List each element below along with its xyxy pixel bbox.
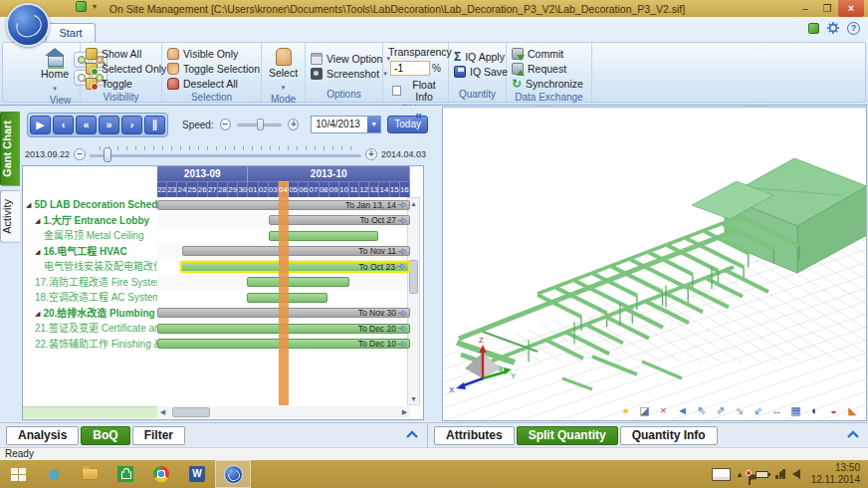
tab-quantity-info[interactable]: Quantity Info <box>620 426 718 445</box>
timeline-day-cell[interactable]: 03 <box>269 181 279 197</box>
timeline-day-cell[interactable]: 16 <box>400 181 410 197</box>
date-picker[interactable]: 10/4/2013 ▼ <box>311 116 381 133</box>
horizontal-scroll-thumb[interactable] <box>172 407 210 417</box>
speed-decrease-button[interactable]: − <box>220 119 231 130</box>
timeline-day-cell[interactable]: 06 <box>299 181 309 197</box>
speed-slider[interactable] <box>237 119 283 130</box>
shift-task-arrow-icon[interactable] <box>397 247 407 256</box>
light-icon[interactable]: ● <box>618 403 633 418</box>
visibility-item-show-all[interactable]: Show All <box>86 46 156 61</box>
globe-icon[interactable]: ◐ <box>807 403 822 418</box>
timeline-day-cell[interactable]: 28 <box>218 181 228 197</box>
collapse-panel-icon[interactable]: « <box>415 108 422 122</box>
vertical-scroll-thumb[interactable] <box>409 260 418 294</box>
shade-view-icon[interactable]: ◪ <box>637 403 652 418</box>
shift-task-arrow-icon[interactable] <box>397 340 407 349</box>
tab-split-quantity[interactable]: Split Quantity <box>517 426 618 445</box>
timeline-day-cell[interactable]: 14 <box>379 181 389 197</box>
gantt-horizontal-scrollbar[interactable]: ◀ ▶ <box>157 406 410 418</box>
section-icon[interactable]: ◒ <box>826 403 841 418</box>
tab-filter[interactable]: Filter <box>132 426 185 445</box>
quantity-item-iq-apply[interactable]: ΣIQ Apply <box>454 49 501 64</box>
expander-icon[interactable]: ◢ <box>26 197 31 213</box>
timeline-day-cell[interactable]: 04 <box>279 181 289 197</box>
timeline-day-cell[interactable]: 13 <box>369 181 379 197</box>
timeline-day-cell[interactable]: 02 <box>259 181 269 197</box>
settings-gear-icon[interactable] <box>826 21 840 35</box>
timeline-day-cell[interactable]: 23 <box>167 181 177 197</box>
tab-activity[interactable]: Activity <box>0 190 20 243</box>
tab-analysis[interactable]: Analysis <box>6 426 79 445</box>
quick-access-dropdown-icon[interactable]: ▾ <box>93 2 97 11</box>
selection-item-visible-only[interactable]: Visible Only <box>167 46 256 61</box>
timeline-day-cell[interactable]: 10 <box>339 181 349 197</box>
minimize-button[interactable]: – <box>794 0 816 17</box>
timeline-day-cell[interactable]: 22 <box>157 181 167 197</box>
measure-icon[interactable]: ⇙ <box>751 403 765 418</box>
pan-icon[interactable]: ⇖ <box>694 403 709 418</box>
gantt-bar[interactable]: To Oct 27 <box>269 215 410 225</box>
help-icon[interactable]: ? <box>847 22 860 35</box>
data-exchange-item-request[interactable]: Request <box>512 61 586 76</box>
selection-item-deselect-all[interactable]: Deselect All <box>167 76 256 91</box>
scroll-left-icon[interactable]: ◀ <box>157 408 168 416</box>
gantt-bar[interactable]: To Nov 11 <box>182 246 410 256</box>
tab-start[interactable]: Start <box>46 23 96 42</box>
shift-task-arrow-icon[interactable] <box>397 200 407 209</box>
timeline-day-cell[interactable]: 24 <box>177 181 187 197</box>
visibility-item-selected-only[interactable]: Selected Only▾ <box>86 61 156 76</box>
gantt-task-row[interactable]: ◢5D LAB Decoration Schedule <box>23 197 157 213</box>
date-value[interactable]: 10/4/2013 <box>312 117 367 132</box>
expand-panel-chevron-icon[interactable] <box>405 428 419 440</box>
seek-forward-button[interactable]: » <box>99 116 119 134</box>
selection-item-toggle-selection[interactable]: Toggle Selection <box>167 61 256 76</box>
quick-access-toolbar[interactable]: ▾ <box>76 1 97 12</box>
visibility-item-toggle[interactable]: Toggle <box>86 76 156 91</box>
range-zoom-in-button[interactable]: + <box>365 148 377 160</box>
data-exchange-item-synchronize[interactable]: ↻Synchronize <box>512 76 586 91</box>
close-button[interactable]: × <box>838 0 864 17</box>
viewports-icon[interactable]: ▦ <box>788 403 803 418</box>
range-zoom-out-button[interactable]: − <box>74 148 86 160</box>
tab-boq[interactable]: BoQ <box>81 426 129 445</box>
gantt-task-row[interactable]: 金属吊顶 Metal Ceiling <box>23 228 157 244</box>
model-3d-canvas[interactable]: ZXY <box>443 108 867 421</box>
onsite-app-icon[interactable] <box>215 460 251 488</box>
align-view-icon[interactable]: ↔ <box>769 403 784 418</box>
play-button[interactable]: ▶ <box>30 116 51 134</box>
gantt-bar[interactable]: To Oct 23 <box>180 261 410 273</box>
chrome-icon[interactable] <box>143 460 179 488</box>
viewport-3d[interactable]: ZXY ●◪×◄⇖⇗⇘⇙↔▦◐◒◣ <box>442 107 867 421</box>
speed-increase-button[interactable]: + <box>288 119 299 130</box>
gantt-task-row[interactable]: 22.装饰辅助工作 Finishing & Decorat <box>23 337 157 353</box>
tab-attributes[interactable]: Attributes <box>434 426 515 445</box>
speed-slider-thumb[interactable] <box>257 119 264 130</box>
tab-gantt-chart[interactable]: Gant Chart <box>0 112 20 186</box>
seek-back-button[interactable]: « <box>76 116 97 134</box>
start-button[interactable] <box>0 460 36 488</box>
transparency-input[interactable] <box>390 61 430 76</box>
shift-task-arrow-icon[interactable] <box>397 324 407 333</box>
gantt-task-row[interactable]: 电气管线安装及配电箱改位 MEP C <box>23 259 157 275</box>
timeline-day-cell[interactable]: 08 <box>320 181 329 197</box>
home-button[interactable]: Home▾ <box>41 46 69 94</box>
options-item-view-option[interactable]: View Option▾ <box>311 51 377 66</box>
delete-view-icon[interactable]: × <box>656 403 671 418</box>
timeline-day-cell[interactable]: 30 <box>238 181 248 197</box>
gantt-task-row[interactable]: 21.签证及变更 Certificate and VO <box>23 321 157 337</box>
timeline-day-cell[interactable]: 09 <box>329 181 339 197</box>
touch-keyboard-icon[interactable] <box>712 468 731 481</box>
walk-icon[interactable]: ⇘ <box>732 403 747 418</box>
timeline-day-cell[interactable]: 29 <box>228 181 238 197</box>
expander-icon[interactable]: ◢ <box>35 244 40 260</box>
step-forward-button[interactable]: › <box>121 116 142 134</box>
timeline-day-cell[interactable]: 27 <box>208 181 218 197</box>
hidden-icons-chevron-icon[interactable]: ▴ <box>738 469 743 479</box>
step-back-button[interactable]: ‹ <box>53 116 74 134</box>
gantt-task-row[interactable]: ◢16.电气工程 HVAC <box>23 244 157 260</box>
expander-icon[interactable]: ◢ <box>35 213 40 229</box>
battery-icon[interactable] <box>756 471 768 478</box>
timeline-day-cell[interactable]: 11 <box>349 181 359 197</box>
shift-task-arrow-icon[interactable] <box>397 216 407 225</box>
gantt-task-row[interactable]: ◢1.大厅 Entrance Lobby <box>23 213 157 229</box>
